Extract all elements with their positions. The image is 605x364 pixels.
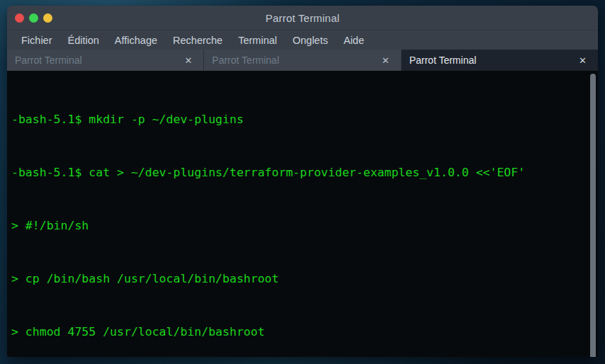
- tab-3-label: Parrot Terminal: [409, 55, 576, 66]
- terminal-line: > cp /bin/bash /usr/local/bin/bashroot: [11, 270, 585, 288]
- title-bar[interactable]: Parrot Terminal: [7, 6, 598, 30]
- tab-3-active[interactable]: Parrot Terminal ✕: [402, 50, 598, 71]
- tab-1[interactable]: Parrot Terminal ✕: [7, 50, 204, 71]
- maximize-window-button[interactable]: [43, 13, 52, 23]
- menu-recherche[interactable]: Recherche: [165, 33, 230, 48]
- tab-bar: Parrot Terminal ✕ Parrot Terminal ✕ Parr…: [7, 50, 598, 71]
- tab-1-close-icon[interactable]: ✕: [181, 55, 195, 66]
- tab-3-close-icon[interactable]: ✕: [576, 55, 589, 66]
- window-controls: [15, 6, 52, 30]
- terminal-screen[interactable]: -bash-5.1$ mkdir -p ~/dev-plugins -bash-…: [7, 71, 598, 357]
- terminal-line: > #!/bin/sh: [11, 217, 585, 234]
- tab-2-label: Parrot Terminal: [212, 55, 378, 66]
- terminal-line: -bash-5.1$ mkdir -p ~/dev-plugins: [11, 110, 585, 128]
- terminal-line: -bash-5.1$ cat > ~/dev-plugins/terraform…: [11, 164, 585, 181]
- menu-onglets[interactable]: Onglets: [285, 33, 336, 48]
- menu-aide[interactable]: Aide: [336, 33, 372, 48]
- minimize-window-button[interactable]: [29, 13, 38, 23]
- window-title: Parrot Terminal: [266, 12, 339, 24]
- menu-terminal[interactable]: Terminal: [230, 33, 285, 48]
- menu-bar: Fichier Édition Affichage Recherche Term…: [7, 30, 598, 50]
- tab-1-label: Parrot Terminal: [15, 55, 181, 66]
- terminal-window: Parrot Terminal Fichier Édition Affichag…: [7, 6, 598, 357]
- menu-edition[interactable]: Édition: [60, 33, 107, 48]
- close-window-button[interactable]: [15, 13, 24, 23]
- terminal-line: > chmod 4755 /usr/local/bin/bashroot: [11, 323, 585, 341]
- terminal-scrollbar[interactable]: [590, 74, 596, 357]
- menu-affichage[interactable]: Affichage: [107, 33, 165, 48]
- tab-2-close-icon[interactable]: ✕: [379, 55, 392, 66]
- menu-fichier[interactable]: Fichier: [13, 33, 60, 48]
- tab-2[interactable]: Parrot Terminal ✕: [204, 50, 401, 71]
